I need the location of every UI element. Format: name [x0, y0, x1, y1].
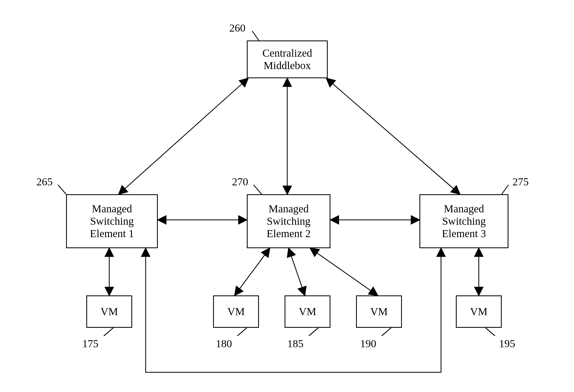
node-mse2: Managed Switching Element 2: [247, 194, 330, 248]
middlebox-line1: Centralized: [262, 47, 312, 59]
edge-mse2-vm180: [235, 248, 270, 295]
vm190-label: VM: [370, 305, 388, 318]
node-vm185: VM: [285, 295, 330, 328]
ref-270: 270: [232, 175, 248, 188]
ref-180: 180: [216, 337, 232, 350]
ref-260: 260: [229, 22, 245, 34]
leader-175: [104, 328, 113, 336]
ref-275: 275: [512, 175, 529, 188]
leader-190: [382, 328, 391, 336]
node-vm195: VM: [456, 295, 502, 328]
mse3-line1: Managed: [444, 203, 484, 215]
ref-190: 190: [360, 337, 376, 350]
ref-195: 195: [499, 337, 515, 350]
mse3-line2: Switching: [442, 215, 486, 227]
leader-180: [237, 328, 247, 336]
leader-270: [254, 185, 262, 194]
node-mse1: Managed Switching Element 1: [66, 194, 158, 248]
mse1-line2: Switching: [90, 215, 134, 227]
mse2-line1: Managed: [269, 203, 309, 215]
mse2-line2: Switching: [267, 215, 310, 227]
edge-mse2-vm190: [310, 248, 378, 295]
leader-195: [486, 328, 495, 336]
ref-185: 185: [287, 337, 303, 350]
edge-mse2-vm185: [289, 248, 305, 295]
middlebox-line2: Middlebox: [264, 59, 311, 71]
vm180-label: VM: [227, 305, 245, 318]
edge-middlebox-mse3: [326, 78, 460, 194]
mse2-line3: Element 2: [266, 227, 310, 240]
diagram-canvas: Centralized Middlebox 260 Managed Switch…: [0, 0, 574, 392]
vm195-label: VM: [470, 305, 487, 318]
mse3-line3: Element 3: [442, 227, 486, 240]
edge-middlebox-mse1: [119, 78, 248, 194]
vm185-label: VM: [299, 305, 316, 318]
mse1-line1: Managed: [92, 203, 132, 215]
node-vm190: VM: [356, 295, 402, 328]
leader-265: [58, 185, 66, 194]
node-mse3: Managed Switching Element 3: [419, 194, 508, 248]
mse1-line3: Element 1: [90, 227, 134, 240]
leader-185: [309, 328, 318, 336]
ref-175: 175: [82, 337, 98, 350]
leader-275: [502, 185, 508, 194]
vm175-label: VM: [101, 305, 118, 318]
node-vm180: VM: [213, 295, 259, 328]
node-middlebox: Centralized Middlebox: [247, 40, 328, 78]
ref-265: 265: [36, 175, 53, 188]
leader-260: [252, 31, 259, 40]
node-vm175: VM: [86, 295, 132, 328]
